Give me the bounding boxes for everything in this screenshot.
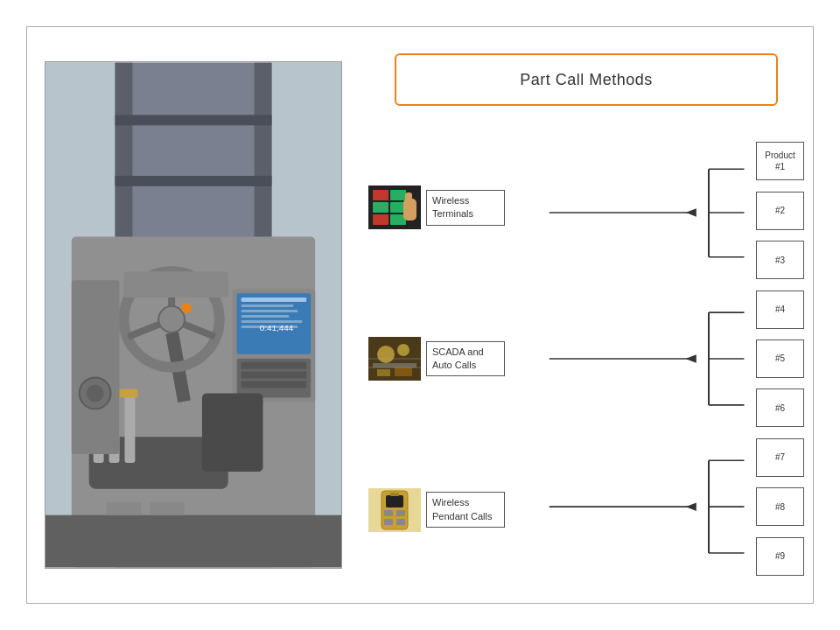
product-box-6: #6 bbox=[756, 388, 804, 427]
product-label-2: #2 bbox=[775, 205, 785, 216]
svg-rect-4 bbox=[116, 115, 272, 125]
title-text: Part Call Methods bbox=[520, 71, 653, 89]
product-box-2: #2 bbox=[756, 192, 804, 230]
svg-rect-44 bbox=[390, 190, 406, 200]
product-box-3: #3 bbox=[756, 241, 804, 279]
svg-point-52 bbox=[377, 346, 395, 363]
method-label-scada: SCADA andAuto Calls bbox=[426, 341, 505, 377]
svg-rect-35 bbox=[107, 502, 142, 515]
svg-rect-64 bbox=[384, 519, 393, 525]
svg-rect-65 bbox=[396, 519, 405, 525]
product-box-1: Product#1 bbox=[756, 142, 804, 180]
svg-rect-23 bbox=[242, 310, 298, 312]
svg-point-14 bbox=[181, 303, 192, 313]
outer-border: 0:41,444 bbox=[26, 26, 814, 604]
image-section: 0:41,444 bbox=[27, 27, 360, 603]
diagram-section: Part Call Methods bbox=[360, 27, 813, 603]
svg-rect-37 bbox=[123, 271, 228, 298]
svg-rect-41 bbox=[202, 393, 263, 471]
methods-area: WirelessTerminals bbox=[368, 132, 804, 585]
product-label-7: #7 bbox=[775, 452, 785, 463]
product-box-4: #4 bbox=[756, 290, 804, 329]
svg-rect-50 bbox=[405, 192, 412, 210]
svg-rect-21 bbox=[242, 298, 307, 302]
svg-rect-22 bbox=[242, 304, 294, 307]
thumb-wireless-terminals bbox=[368, 186, 421, 229]
svg-rect-24 bbox=[242, 315, 290, 318]
svg-rect-34 bbox=[122, 389, 137, 398]
product-numbers: Product#1 #2 #3 #4 #5 #6 bbox=[756, 132, 804, 585]
svg-rect-47 bbox=[373, 214, 388, 225]
svg-rect-20 bbox=[242, 382, 307, 388]
svg-rect-36 bbox=[150, 502, 185, 515]
svg-point-53 bbox=[397, 344, 410, 356]
product-label-1: Product#1 bbox=[765, 150, 794, 172]
svg-point-40 bbox=[87, 385, 104, 402]
pendant-label: WirelessPendant Calls bbox=[432, 497, 493, 521]
thumb-pendant bbox=[368, 488, 421, 532]
svg-rect-56 bbox=[395, 368, 412, 376]
svg-rect-18 bbox=[242, 362, 307, 369]
svg-point-13 bbox=[158, 306, 185, 332]
product-box-5: #5 bbox=[756, 340, 804, 378]
method-item-wireless-terminals: WirelessTerminals bbox=[368, 186, 543, 229]
wireless-terminals-label: WirelessTerminals bbox=[432, 195, 473, 219]
connector-area bbox=[543, 132, 756, 585]
svg-rect-43 bbox=[373, 190, 388, 200]
product-box-7: #7 bbox=[756, 438, 804, 477]
title-box: Part Call Methods bbox=[395, 53, 778, 106]
svg-rect-38 bbox=[72, 280, 120, 454]
method-item-pendant: WirelessPendant Calls bbox=[368, 488, 543, 532]
page: 0:41,444 bbox=[0, 0, 840, 630]
method-label-pendant: WirelessPendant Calls bbox=[426, 492, 505, 528]
product-label-9: #9 bbox=[775, 550, 785, 562]
svg-rect-63 bbox=[396, 510, 405, 516]
product-label-8: #8 bbox=[775, 501, 785, 513]
forklift-image: 0:41,444 bbox=[45, 61, 342, 569]
svg-rect-31 bbox=[124, 393, 135, 463]
svg-rect-7 bbox=[46, 515, 341, 568]
svg-rect-54 bbox=[373, 363, 416, 368]
product-label-5: #5 bbox=[775, 353, 785, 364]
svg-text:0:41,444: 0:41,444 bbox=[260, 323, 294, 332]
product-box-8: #8 bbox=[756, 487, 804, 526]
product-label-3: #3 bbox=[775, 255, 785, 266]
svg-rect-5 bbox=[116, 176, 272, 186]
scada-label: SCADA andAuto Calls bbox=[432, 346, 484, 370]
product-label-6: #6 bbox=[775, 402, 785, 414]
svg-rect-45 bbox=[373, 202, 388, 213]
svg-rect-61 bbox=[386, 495, 403, 508]
method-item-scada: SCADA andAuto Calls bbox=[368, 337, 543, 381]
method-items: WirelessTerminals bbox=[368, 132, 543, 585]
product-label-4: #4 bbox=[775, 304, 785, 315]
method-label-wireless-terminals: WirelessTerminals bbox=[426, 190, 505, 226]
product-box-9: #9 bbox=[756, 537, 804, 576]
svg-rect-66 bbox=[390, 493, 399, 496]
svg-rect-55 bbox=[377, 369, 390, 376]
thumb-scada bbox=[368, 337, 421, 381]
svg-rect-19 bbox=[242, 372, 307, 379]
svg-rect-62 bbox=[384, 510, 393, 516]
